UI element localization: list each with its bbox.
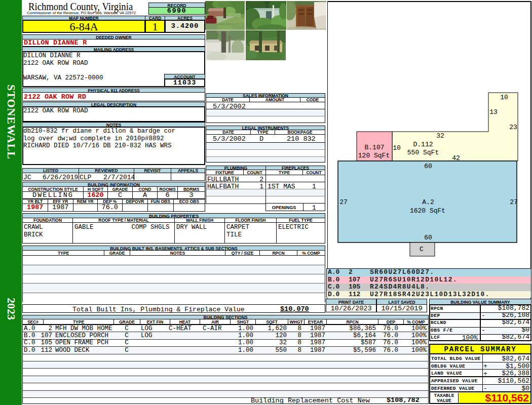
svg-text:32: 32 bbox=[436, 132, 444, 140]
svg-text:1620 SqFt: 1620 SqFt bbox=[410, 207, 445, 215]
svg-text:A.2: A.2 bbox=[422, 198, 434, 206]
svg-text:27: 27 bbox=[510, 198, 518, 206]
svg-text:60: 60 bbox=[424, 163, 432, 170]
svg-text:D.112: D.112 bbox=[413, 141, 433, 148]
svg-text:10: 10 bbox=[393, 144, 401, 152]
svg-text:60: 60 bbox=[424, 234, 432, 241]
svg-text:42: 42 bbox=[452, 154, 460, 162]
svg-text:10: 10 bbox=[500, 94, 508, 101]
svg-text:B.107: B.107 bbox=[364, 144, 384, 151]
svg-text:27: 27 bbox=[339, 198, 348, 206]
svg-text:23: 23 bbox=[509, 124, 517, 131]
svg-text:550 SqFt: 550 SqFt bbox=[407, 149, 439, 156]
svg-text:120 SqFt: 120 SqFt bbox=[358, 152, 390, 159]
svg-text:C: C bbox=[420, 246, 424, 253]
svg-text:13: 13 bbox=[489, 108, 498, 116]
